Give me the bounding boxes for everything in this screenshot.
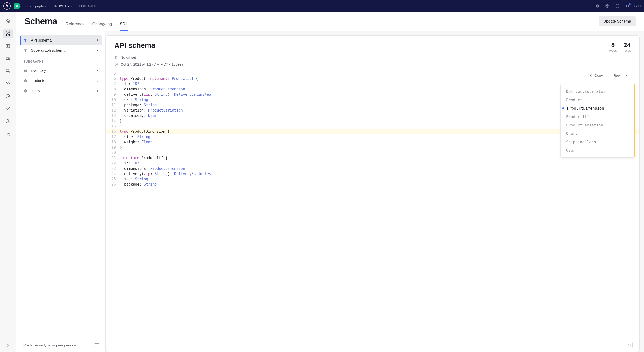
code-line: 14} [106, 118, 640, 124]
nav-settings[interactable] [3, 129, 13, 138]
expand-editor-button[interactable] [626, 342, 633, 349]
outline-item-User[interactable]: User [561, 146, 634, 155]
box-icon[interactable] [604, 3, 611, 9]
svg-point-16 [24, 39, 25, 40]
subgraphs-heading: SUBGRAPHS [20, 55, 102, 66]
subgraph-item-inventory[interactable]: inventory5 [20, 66, 102, 76]
peek-hint: ⌘ + hover on type for peek preview [22, 343, 76, 347]
outline-item-ShippingClass[interactable]: ShippingClass [561, 138, 634, 146]
rail-expand-icon[interactable] [6, 343, 10, 349]
app-logo[interactable]: A [3, 2, 10, 9]
editor-toolbar: Copy Raw ▾ [589, 73, 628, 77]
svg-point-17 [26, 39, 27, 40]
svg-point-3 [618, 7, 618, 7]
outline-item-ProductItf[interactable]: ProductItf [561, 112, 634, 121]
nav-clients[interactable] [3, 66, 13, 76]
graph-icon[interactable] [594, 3, 601, 9]
code-line: 15 [106, 124, 640, 129]
outline-item-DeliveryEstimates[interactable]: DeliveryEstimates [561, 87, 634, 96]
code-line: 24 delivery(zip: String): DeliveryEstima… [106, 171, 640, 176]
svg-point-15 [7, 133, 9, 134]
code-line: 9 delivery(zip: String): DeliveryEstimat… [106, 92, 640, 97]
code-line: 8 dimensions: ProductDimension [106, 86, 640, 92]
tab-reference[interactable]: Reference [66, 22, 84, 31]
code-line: 7 id: ID! [106, 81, 640, 86]
org-switcher[interactable]: ◉ ▾ [14, 3, 22, 9]
timestamp-row: Oct 27, 2021 at 1:27 AM MDT • 1509e7 [114, 62, 631, 66]
card-title: API schema [114, 41, 155, 49]
svg-point-19 [24, 49, 25, 50]
outline-item-Product[interactable]: Product [561, 96, 634, 104]
svg-point-7 [9, 34, 10, 35]
code-line: 11 package: String [106, 102, 640, 108]
subgraph-item-products[interactable]: products7 [20, 76, 102, 86]
code-line: 5 [106, 71, 640, 76]
schema-list-panel: API schema8Supergraph schema8 SUBGRAPHS … [16, 31, 106, 352]
help-icon[interactable] [614, 3, 621, 9]
subgraph-item-users[interactable]: users1 [20, 86, 102, 96]
code-line: 19} [106, 145, 640, 150]
timestamp-text: Oct 27, 2021 at 1:27 AM MDT • 1509e7 [120, 62, 184, 66]
tab-sdl[interactable]: SDL [120, 22, 128, 31]
breadcrumb-text: supergraph-router-fed2/ dev [25, 4, 70, 8]
schema-item-supergraph-schema[interactable]: Supergraph schema8 [20, 45, 102, 55]
page-title: Schema [24, 16, 57, 26]
announcement-icon[interactable] [624, 3, 631, 9]
tab-changelog[interactable]: Changelog [92, 22, 112, 31]
expand-icon [628, 343, 631, 347]
nav-schema[interactable] [3, 29, 13, 38]
topbar: A ◉ ▾ supergraph-router-fed2/ dev ▾ FEDE… [0, 0, 644, 12]
update-schema-button[interactable]: Update Schema [598, 16, 636, 26]
svg-rect-25 [590, 74, 592, 76]
clipboard-icon [114, 55, 118, 59]
keyboard-icon[interactable] [94, 343, 100, 347]
url-text: No url set [120, 55, 136, 59]
outline-item-ProductDimension[interactable]: ProductDimension [561, 104, 634, 112]
page-tabs: ReferenceChangelogSDL [66, 16, 128, 31]
nav-history[interactable] [3, 91, 13, 101]
code-line: 10 sku: String [106, 97, 640, 102]
history-icon [114, 62, 118, 66]
schema-icon [24, 38, 28, 42]
code-line: 23 dimensions: ProductDimension [106, 166, 640, 171]
code-line: 26 package: String [106, 182, 640, 187]
graph-variant-switcher[interactable]: supergraph-router-fed2/ dev ▾ [25, 4, 72, 8]
nav-explorer[interactable] [3, 41, 13, 51]
nav-launches[interactable] [3, 116, 13, 126]
cube-icon [24, 69, 28, 73]
code-line: 16type ProductDimension { [106, 129, 640, 134]
outline-item-ProductVariation[interactable]: ProductVariation [561, 121, 634, 129]
user-avatar[interactable]: VR [634, 3, 641, 9]
svg-point-20 [26, 49, 27, 50]
nav-rail [0, 12, 16, 352]
download-raw-button[interactable]: Raw [608, 73, 621, 77]
chevron-down-icon[interactable]: ▾ [626, 73, 628, 77]
copy-button[interactable]: Copy [589, 73, 603, 77]
chevron-down-icon: ▾ [71, 5, 72, 7]
nav-operations[interactable] [3, 79, 13, 88]
active-dot-icon [562, 107, 564, 109]
svg-point-1 [596, 4, 598, 8]
svg-point-11 [8, 58, 9, 59]
svg-point-18 [26, 41, 26, 42]
page-header: Schema ReferenceChangelogSDL Update Sche… [16, 12, 644, 31]
type-outline: DeliveryEstimatesProductProductDimension… [560, 84, 635, 158]
sdl-editor[interactable]: 5 6type Product implements ProductItf {7… [106, 71, 640, 352]
outline-item-Query[interactable]: Query [561, 129, 634, 138]
svg-point-21 [26, 51, 26, 52]
stat-fields: 24fields [624, 41, 631, 52]
code-line: 18 weight: Float [106, 139, 640, 145]
nav-home[interactable] [3, 16, 13, 26]
nav-fields[interactable] [3, 54, 13, 63]
schema-item-api-schema[interactable]: API schema8 [20, 35, 102, 45]
code-line: 20 [106, 150, 640, 155]
cube-icon [24, 89, 28, 93]
schema-card: API schema 8types24fields No url set Oct… [106, 35, 640, 352]
chevron-down-icon: ▾ [20, 5, 22, 7]
federated-badge: FEDERATED [77, 3, 98, 8]
cube-icon [24, 79, 28, 83]
download-icon [608, 73, 612, 77]
nav-checks[interactable] [3, 104, 13, 113]
copy-icon [589, 73, 593, 77]
stat-types: 8types [609, 41, 617, 52]
